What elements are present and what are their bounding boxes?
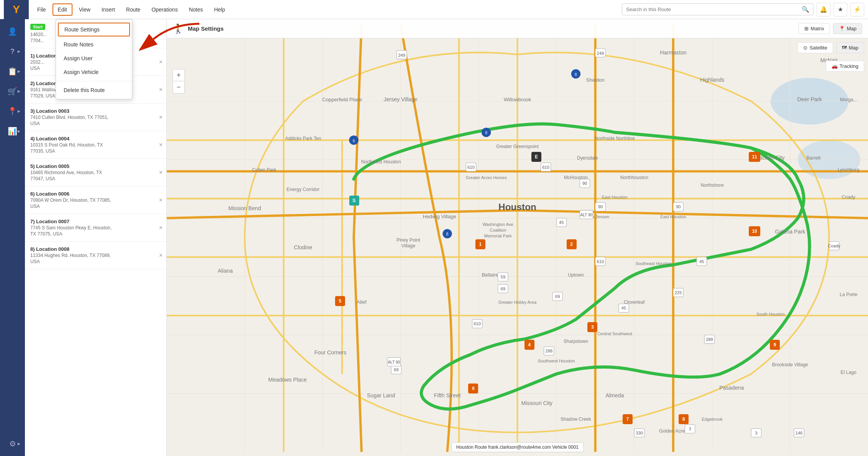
map-marker-11[interactable]: 11 — [749, 152, 760, 162]
map-marker-10[interactable]: 10 — [749, 226, 760, 236]
close-icon[interactable]: × — [159, 59, 163, 66]
svg-text:Highlands: Highlands — [700, 77, 724, 83]
close-icon[interactable]: × — [159, 114, 163, 121]
stop-address2: 77035, USA — [30, 148, 161, 154]
menu-edit[interactable]: Edit — [53, 3, 72, 16]
svg-text:Greater Hobby Area: Greater Hobby Area — [498, 300, 537, 305]
menu-file[interactable]: File — [33, 4, 51, 15]
svg-text:Northwest Houston: Northwest Houston — [361, 159, 401, 165]
route-stop-6[interactable]: 6) Location 0006 7090A W Orem Dr, Housto… — [25, 186, 166, 214]
satellite-icon: ⊙ — [803, 45, 807, 51]
start-badge: Start — [30, 24, 45, 30]
star-icon[interactable]: ★ — [833, 3, 847, 16]
route-stop-4[interactable]: 4) Location 0004 10315 S Post Oak Rd, Ho… — [25, 131, 166, 159]
map-marker-S[interactable]: S — [349, 196, 359, 206]
dropdown-route-notes[interactable]: Route Notes — [56, 38, 132, 51]
svg-text:90: 90 — [582, 181, 587, 186]
route-stop-3[interactable]: 3) Location 0003 7410 Cullen Blvd, Houst… — [25, 104, 166, 131]
route-stop-7[interactable]: 7) Location 0007 7745 S Sam Houston Pkwy… — [25, 214, 166, 242]
svg-text:69: 69 — [501, 286, 505, 291]
app-logo[interactable]: Y — [4, 0, 29, 19]
svg-text:45: 45 — [699, 259, 704, 264]
route-stop-8[interactable]: 8) Location 0008 11334 Hughes Rd, Housto… — [25, 242, 166, 269]
map-marker-7[interactable]: 7 — [623, 414, 633, 424]
svg-text:Almeda: Almeda — [605, 392, 624, 398]
close-icon[interactable]: × — [159, 30, 163, 37]
dropdown-assign-vehicle[interactable]: Assign Vehicle — [56, 65, 132, 79]
close-icon[interactable]: × — [159, 252, 163, 259]
sidebar-item-location[interactable]: 📍 ▶ — [4, 103, 21, 120]
dropdown-delete-route[interactable]: Delete this Route — [56, 83, 132, 97]
svg-text:Edgebrook: Edgebrook — [702, 417, 723, 421]
zoom-out-button[interactable]: − — [173, 81, 185, 94]
svg-text:610: 610 — [597, 259, 604, 264]
svg-text:Four Corners: Four Corners — [314, 349, 347, 356]
map-marker-3[interactable]: 3 — [587, 322, 597, 332]
map-type-button[interactable]: 🗺 Map — [836, 42, 864, 53]
svg-text:Energy Corridor: Energy Corridor — [287, 187, 320, 192]
svg-text:Hedwig Village: Hedwig Village — [423, 214, 456, 219]
map-marker-4[interactable]: 4 — [524, 340, 534, 350]
svg-text:Barrett: Barrett — [806, 155, 820, 161]
map-marker-2[interactable]: 2 — [567, 239, 577, 249]
dropdown-assign-user[interactable]: Assign User — [56, 51, 132, 65]
svg-text:610: 610 — [542, 165, 549, 170]
sidebar-item-routes[interactable]: 📋 ▶ — [4, 63, 21, 80]
svg-text:ALT 90: ALT 90 — [580, 213, 592, 217]
route-stop-5[interactable]: 5) Location 0005 10465 Richmond Ave, Hou… — [25, 159, 166, 186]
map-marker-E[interactable]: E — [531, 152, 541, 162]
menu-view[interactable]: View — [74, 4, 95, 15]
close-icon[interactable]: × — [159, 224, 163, 231]
svg-text:Willowbrook: Willowbrook — [504, 97, 531, 102]
svg-text:8: 8 — [485, 131, 487, 135]
map-settings-title: Map Settings — [188, 25, 224, 32]
matrix-icon: ⊞ — [804, 26, 809, 31]
map-zoom-controls: + − — [173, 69, 185, 94]
map-marker-9[interactable]: 9 — [770, 340, 780, 350]
close-icon[interactable]: × — [159, 142, 163, 148]
menu-notes[interactable]: Notes — [184, 4, 208, 15]
menu-operations[interactable]: Operations — [147, 4, 182, 15]
search-icon[interactable]: 🔍 — [802, 6, 809, 13]
svg-text:Fifth Street: Fifth Street — [434, 392, 461, 398]
satellite-button[interactable]: ⊙ Satellite — [797, 42, 833, 53]
stop-address: 7090A W Orem Dr, Houston, TX 77085, — [30, 198, 161, 203]
menu-route[interactable]: Route — [122, 4, 145, 15]
sidebar-item-analytics[interactable]: 📊 ▶ — [4, 123, 21, 140]
menu-help[interactable]: Help — [209, 4, 230, 15]
svg-text:Clodine: Clodine — [294, 244, 312, 250]
menu-insert[interactable]: Insert — [97, 4, 120, 15]
close-icon[interactable]: × — [159, 197, 163, 204]
street-view-icon[interactable]: 🚶 — [173, 23, 184, 34]
matrix-button[interactable]: ⊞ Matrix — [799, 23, 830, 34]
svg-text:Lynchburg: Lynchburg — [838, 167, 859, 173]
zoom-in-button[interactable]: + — [173, 69, 185, 81]
sidebar-item-orders[interactable]: 🛒 ▶ — [4, 83, 21, 100]
map-view-button[interactable]: 📍 Map — [833, 23, 862, 34]
tracking-button[interactable]: 🚗 Tracking — [826, 61, 864, 72]
svg-text:45: 45 — [621, 306, 626, 310]
dropdown-route-settings[interactable]: Route Settings — [58, 23, 130, 36]
map-marker-8[interactable]: 8 — [679, 414, 689, 424]
close-icon[interactable]: × — [159, 169, 163, 176]
map-marker-6[interactable]: 6 — [468, 384, 478, 393]
svg-text:Greater Acres Homes: Greater Acres Homes — [466, 175, 507, 180]
map-marker-5[interactable]: 5 — [335, 296, 345, 306]
lightning-icon[interactable]: ⚡ — [850, 3, 864, 16]
search-area: 🔍 🔔 ★ ⚡ — [622, 3, 864, 16]
user-icon: 👤 — [8, 27, 17, 36]
map-view-buttons: ⊞ Matrix 📍 Map — [799, 23, 862, 34]
map-marker-1[interactable]: 1 — [475, 239, 485, 249]
sidebar: 👤 ? ▶ 📋 ▶ 🛒 ▶ 📍 ▶ 📊 ▶ ⚙ ▶ — [0, 19, 25, 456]
svg-text:69: 69 — [555, 294, 560, 299]
settings-icon: ⚙ — [9, 439, 16, 448]
close-icon[interactable]: × — [159, 86, 163, 93]
notification-icon[interactable]: 🔔 — [817, 3, 830, 16]
search-input[interactable] — [626, 7, 802, 12]
map-type-label: Map — [849, 45, 858, 51]
chevron-icon: ▶ — [18, 49, 20, 53]
sidebar-item-help[interactable]: ? ▶ — [4, 43, 21, 60]
sidebar-item-user[interactable]: 👤 — [4, 23, 21, 40]
svg-text:610: 610 — [474, 321, 481, 326]
sidebar-item-settings[interactable]: ⚙ ▶ — [4, 435, 21, 452]
